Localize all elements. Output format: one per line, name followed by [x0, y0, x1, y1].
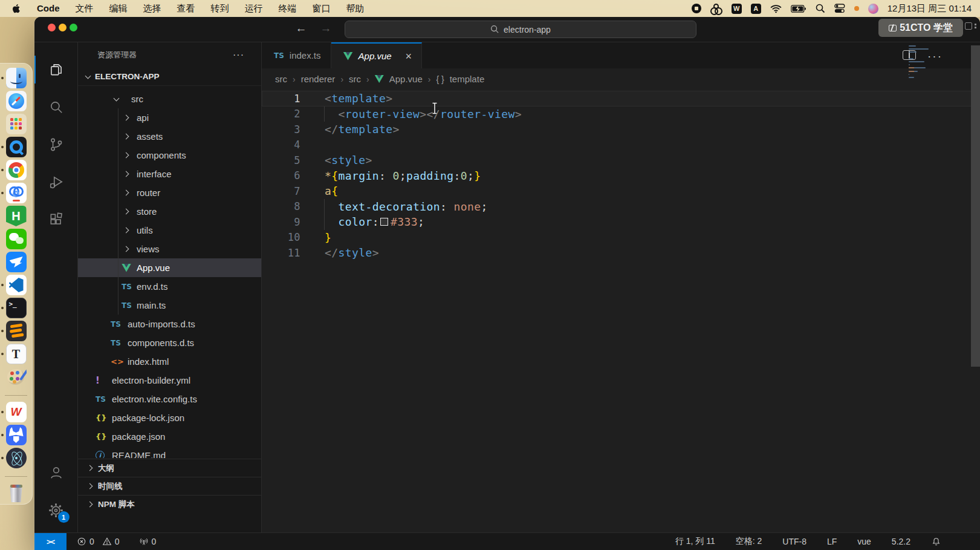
tree-item-router[interactable]: router: [78, 183, 261, 202]
dock-app-launchpad[interactable]: [0, 113, 32, 136]
dock-app-deer-vpn[interactable]: [0, 424, 32, 447]
dock-app-quicktime[interactable]: [0, 136, 32, 159]
menu-item-4[interactable]: 查看: [169, 3, 203, 15]
code-line-2[interactable]: 2 <router-view></router-view>: [262, 106, 980, 122]
siri-icon[interactable]: [868, 4, 878, 14]
minimap[interactable]: [909, 45, 957, 80]
code-line-4[interactable]: 4: [262, 137, 980, 153]
nav-back-icon[interactable]: ←: [293, 22, 309, 35]
breadcrumb-item-src[interactable]: src: [275, 74, 287, 84]
explorer-more-icon[interactable]: ···: [233, 50, 244, 61]
encoding[interactable]: UTF-8: [780, 537, 809, 546]
code-line-6[interactable]: 6*{margin: 0;padding:0;}: [262, 168, 980, 184]
cursor-position[interactable]: 行 1, 列 11: [673, 536, 718, 547]
tree-item-package.json[interactable]: {}package.json: [78, 427, 261, 446]
tree-item-main.ts[interactable]: TSmain.ts: [78, 296, 261, 315]
dock-app-terminal[interactable]: >_: [0, 296, 32, 319]
breadcrumb-item-template[interactable]: template: [450, 74, 485, 84]
extensions-icon[interactable]: [34, 201, 78, 238]
menubar-clock[interactable]: 12月13日 周三 01:14: [888, 3, 972, 15]
menu-item-5[interactable]: 转到: [203, 3, 237, 15]
breadcrumb-item-src[interactable]: src: [349, 74, 361, 84]
tab-App.vue[interactable]: App.vue×: [331, 42, 423, 68]
menu-item-9[interactable]: 帮助: [339, 3, 372, 15]
tree-item-package-lock.json[interactable]: {}package-lock.json: [78, 408, 261, 427]
minimize-window-button[interactable]: [59, 24, 67, 31]
dock-app-textedit[interactable]: T: [0, 342, 32, 365]
code-line-1[interactable]: 1<template>: [262, 91, 980, 106]
command-center-search[interactable]: electron-app: [345, 21, 696, 38]
tree-item-components.d.ts[interactable]: TScomponents.d.ts: [78, 333, 261, 352]
input-method-icon[interactable]: A: [751, 4, 761, 14]
tree-item-interface[interactable]: interface: [78, 165, 261, 183]
indentation[interactable]: 空格: 2: [733, 536, 765, 547]
dock-app-chrome[interactable]: [0, 159, 32, 182]
menu-item-7[interactable]: 终端: [271, 3, 305, 15]
tree-item-utils[interactable]: utils: [78, 221, 261, 240]
workspace-root-row[interactable]: ELECTRON-APP: [78, 68, 261, 86]
dock-app-paint-palette[interactable]: [0, 365, 32, 388]
tab-index.ts[interactable]: TSindex.ts: [262, 42, 331, 68]
control-center-icon[interactable]: [834, 4, 845, 13]
breadcrumb-item-App.vue[interactable]: App.vue: [389, 74, 423, 84]
section-NPM 脚本[interactable]: NPM 脚本: [78, 495, 261, 513]
dock-app-dingtalk[interactable]: [0, 250, 32, 273]
dock-app-finder[interactable]: [0, 67, 32, 90]
wps-icon[interactable]: W: [732, 4, 742, 14]
breadcrumb-item-renderer[interactable]: renderer: [301, 74, 336, 84]
settings-gear-icon[interactable]: 1: [34, 491, 78, 529]
menu-item-0[interactable]: Code: [29, 3, 68, 15]
eol-sequence[interactable]: LF: [825, 537, 839, 546]
tree-item-auto-imports.d.ts[interactable]: TSauto-imports.d.ts: [78, 315, 261, 333]
close-tab-icon[interactable]: ×: [406, 51, 412, 62]
dock-app-sublime-text[interactable]: [0, 319, 32, 342]
battery-icon[interactable]: [791, 5, 806, 13]
problems-indicator[interactable]: 0 0: [74, 537, 122, 546]
dock-app-hbuilderx[interactable]: H: [0, 205, 32, 228]
tree-item-components[interactable]: components: [78, 146, 261, 165]
code-line-11[interactable]: 11</style>: [262, 245, 980, 261]
dock-app-safari[interactable]: [0, 90, 32, 113]
account-icon[interactable]: [34, 454, 78, 491]
editor-scrollbar[interactable]: [971, 45, 980, 367]
code-line-7[interactable]: 7a{: [262, 183, 980, 199]
tree-item-env.d.ts[interactable]: TSenv.d.ts: [78, 277, 261, 296]
customize-layout-icon[interactable]: [965, 22, 972, 30]
apple-menu-icon[interactable]: [11, 3, 22, 14]
nav-forward-icon[interactable]: →: [318, 22, 334, 35]
menu-item-8[interactable]: 窗口: [305, 3, 339, 15]
search-activity-icon[interactable]: [34, 88, 78, 126]
run-debug-icon[interactable]: [34, 163, 78, 201]
tree-item-api[interactable]: api: [78, 108, 261, 127]
code-line-5[interactable]: 5<style>: [262, 152, 980, 168]
dock-app-trash[interactable]: [0, 482, 32, 505]
ports-indicator[interactable]: 0: [137, 537, 159, 546]
code-line-9[interactable]: 9 color:#333;: [262, 214, 980, 230]
explorer-activity-icon[interactable]: [34, 51, 78, 88]
spotlight-icon[interactable]: [816, 4, 825, 13]
extension-version[interactable]: 5.2.2: [889, 537, 913, 546]
tree-item-index.html[interactable]: <>index.html: [78, 352, 261, 371]
menu-item-6[interactable]: 运行: [237, 3, 271, 15]
tree-item-src[interactable]: src: [78, 90, 261, 108]
code-line-10[interactable]: 10}: [262, 230, 980, 246]
dock-app-vscode[interactable]: [0, 273, 32, 296]
code-line-3[interactable]: 3</template>: [262, 122, 980, 137]
close-window-button[interactable]: [48, 24, 56, 31]
dock-app-wechat[interactable]: [0, 228, 32, 250]
remote-indicator[interactable]: ><: [34, 533, 67, 550]
tree-item-electron.vite.config.ts[interactable]: TSelectron.vite.config.ts: [78, 390, 261, 408]
tree-item-electron-builder.yml[interactable]: !electron-builder.yml: [78, 371, 261, 390]
language-mode[interactable]: vue: [855, 537, 874, 546]
screen-record-icon[interactable]: [692, 4, 701, 13]
wifi-icon[interactable]: [770, 4, 782, 13]
dock-app-meeting-circles[interactable]: [0, 182, 32, 205]
recording-dot-icon[interactable]: [854, 6, 859, 11]
source-control-icon[interactable]: [34, 126, 78, 163]
tree-item-assets[interactable]: assets: [78, 127, 261, 146]
menu-item-3[interactable]: 选择: [135, 3, 169, 15]
tree-item-README.md[interactable]: iREADME.md: [78, 446, 261, 458]
zoom-window-button[interactable]: [70, 24, 77, 31]
code-editor[interactable]: 1<template>2 <router-view></router-view>…: [262, 91, 980, 532]
dock-app-electron[interactable]: [0, 447, 32, 470]
